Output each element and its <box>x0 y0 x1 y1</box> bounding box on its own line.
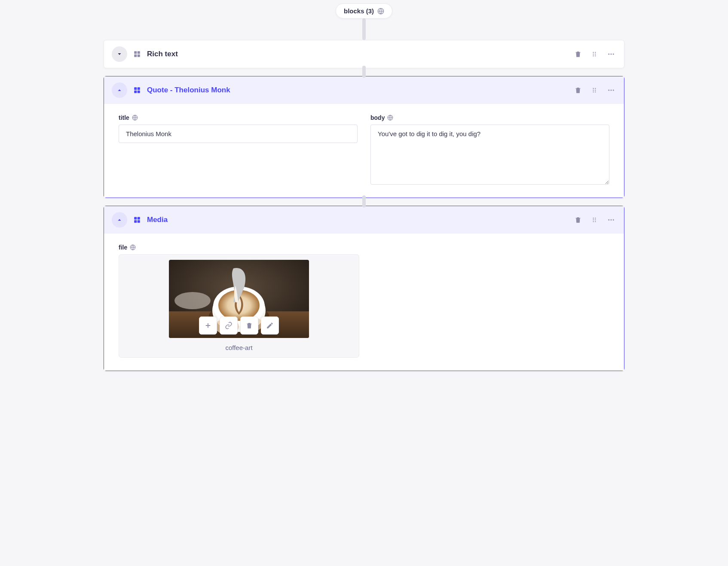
trash-icon <box>574 216 582 224</box>
svg-point-33 <box>593 218 594 219</box>
svg-point-25 <box>611 90 612 91</box>
svg-point-35 <box>593 219 594 220</box>
collapse-toggle-button[interactable] <box>112 46 127 62</box>
file-thumbnail[interactable] <box>169 260 309 338</box>
block-quote: Quote - Thelonius Monk title <box>104 76 624 198</box>
svg-point-37 <box>593 221 594 222</box>
svg-point-11 <box>608 54 609 55</box>
pencil-icon <box>266 322 274 329</box>
file-toolbar <box>199 316 279 335</box>
drag-handle[interactable] <box>591 216 597 224</box>
more-actions-button[interactable] <box>607 86 615 94</box>
block-title: Quote - Thelonius Monk <box>147 86 230 94</box>
svg-rect-3 <box>134 55 137 57</box>
globe-icon <box>387 115 393 121</box>
block-title: Media <box>147 216 168 224</box>
field-label-text: file <box>119 244 127 251</box>
delete-block-button[interactable] <box>574 86 582 94</box>
field-label-text: title <box>119 114 129 121</box>
component-icon <box>133 216 141 224</box>
svg-rect-16 <box>134 91 137 93</box>
more-horizontal-icon <box>607 216 615 224</box>
svg-point-9 <box>593 55 594 56</box>
more-actions-button[interactable] <box>607 216 615 224</box>
svg-point-39 <box>608 219 609 221</box>
plus-icon <box>204 322 212 329</box>
file-card: coffee-art <box>119 254 359 358</box>
zone-name-label: blocks (3) <box>344 7 374 15</box>
drag-handle[interactable] <box>591 86 597 94</box>
block-rich-text: Rich text <box>104 40 624 68</box>
svg-point-22 <box>593 91 594 92</box>
more-horizontal-icon <box>607 86 615 94</box>
more-horizontal-icon <box>607 50 615 58</box>
delete-block-button[interactable] <box>574 50 582 58</box>
connector-line <box>362 66 366 78</box>
block-title: Rich text <box>147 50 178 58</box>
delete-file-button[interactable] <box>240 316 258 335</box>
svg-rect-2 <box>138 51 140 54</box>
svg-point-18 <box>593 88 594 89</box>
svg-rect-4 <box>138 55 140 57</box>
connector-line <box>362 18 366 40</box>
component-icon <box>133 86 141 94</box>
chevron-up-icon <box>117 88 122 93</box>
delete-block-button[interactable] <box>574 216 582 224</box>
svg-point-10 <box>595 55 596 56</box>
svg-point-24 <box>608 90 609 91</box>
collapse-toggle-button[interactable] <box>112 212 127 228</box>
body-textarea[interactable] <box>370 125 609 185</box>
svg-point-34 <box>595 218 596 219</box>
edit-file-button[interactable] <box>261 316 279 335</box>
svg-rect-1 <box>134 51 137 54</box>
drag-handle-icon <box>591 86 597 94</box>
svg-point-23 <box>595 91 596 92</box>
dynamic-zone-editor: blocks (3) Rich text <box>104 3 624 371</box>
file-name: coffee-art <box>225 344 252 351</box>
svg-point-40 <box>611 219 612 221</box>
svg-point-13 <box>613 54 614 55</box>
globe-icon <box>377 8 384 15</box>
svg-point-21 <box>595 90 596 91</box>
drag-handle-icon <box>591 216 597 224</box>
more-actions-button[interactable] <box>607 50 615 58</box>
svg-point-45 <box>174 292 211 309</box>
field-body: body <box>370 114 609 185</box>
globe-icon <box>132 115 138 121</box>
chevron-up-icon <box>117 217 122 222</box>
trash-icon <box>574 50 582 58</box>
svg-point-7 <box>593 54 594 55</box>
svg-rect-32 <box>138 220 140 223</box>
add-file-button[interactable] <box>199 316 217 335</box>
svg-point-8 <box>595 54 596 55</box>
svg-point-26 <box>613 90 614 91</box>
svg-point-19 <box>595 88 596 89</box>
svg-point-5 <box>593 52 594 53</box>
chevron-down-icon <box>117 52 122 57</box>
svg-point-6 <box>595 52 596 53</box>
field-label-text: body <box>370 114 385 121</box>
svg-point-38 <box>595 221 596 222</box>
svg-point-41 <box>613 219 614 221</box>
drag-handle-icon <box>591 50 597 58</box>
svg-rect-31 <box>134 220 137 223</box>
collapse-toggle-button[interactable] <box>112 82 127 98</box>
svg-point-12 <box>611 54 612 55</box>
component-icon <box>133 50 141 58</box>
svg-rect-17 <box>138 91 140 93</box>
zone-name-pill[interactable]: blocks (3) <box>336 3 392 18</box>
globe-icon <box>130 244 136 250</box>
drag-handle[interactable] <box>591 50 597 58</box>
field-title: title <box>119 114 358 185</box>
trash-icon <box>245 322 253 329</box>
svg-point-20 <box>593 90 594 91</box>
connector-line <box>362 195 366 207</box>
svg-point-36 <box>595 219 596 220</box>
link-icon <box>225 322 232 329</box>
copy-link-button[interactable] <box>220 316 238 335</box>
svg-rect-14 <box>134 87 137 90</box>
block-media: Media file <box>104 206 624 371</box>
svg-rect-29 <box>134 217 137 219</box>
svg-rect-30 <box>138 217 140 219</box>
title-input[interactable] <box>119 125 358 143</box>
